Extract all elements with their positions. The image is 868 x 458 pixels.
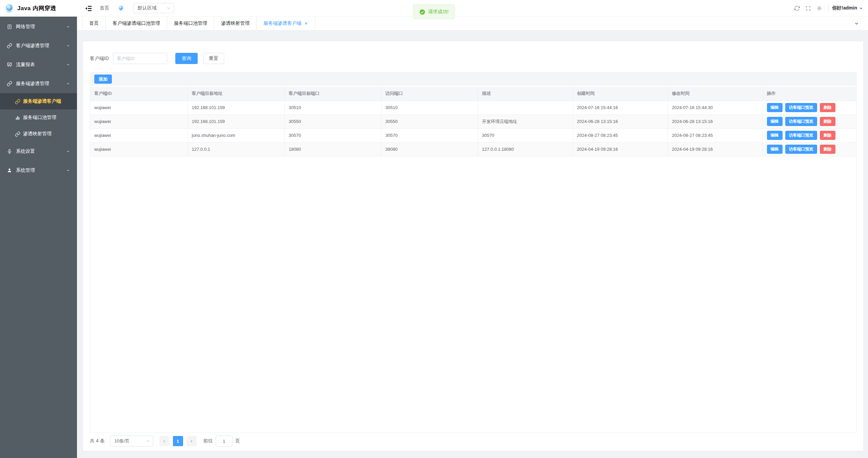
cell-client_id: wujiawei <box>90 142 188 156</box>
delete-button[interactable]: 删除 <box>820 145 835 154</box>
document-icon <box>7 24 12 29</box>
chevron-up-icon <box>66 82 70 86</box>
tab-active[interactable]: 服务端渗透客户端 <box>257 17 315 30</box>
table-header-row: 客户端ID客户端目标地址客户端目标端口访问端口描述创建时间修改时间操作 <box>90 87 856 101</box>
page-size-select[interactable]: 10条/页 <box>110 436 153 446</box>
page-size-value: 10条/页 <box>115 438 145 444</box>
sidebar-subitem-label: 服务端渗透客户端 <box>23 98 61 104</box>
cell-target_port: 18080 <box>284 142 381 156</box>
sidebar-item[interactable]: 服务端渗透管理 <box>0 74 77 93</box>
add-button[interactable]: 添加 <box>94 75 112 84</box>
cell-actions: 编辑访客端口预览删除 <box>763 114 856 128</box>
breadcrumb[interactable]: 首页 <box>100 5 109 11</box>
sidebar-collapse-icon[interactable] <box>85 5 92 12</box>
visitor-port-preview-button[interactable]: 访客端口预览 <box>785 145 817 154</box>
cell-modified: 2024-07-16 15:44:30 <box>668 101 763 114</box>
visitor-port-preview-button[interactable]: 访客端口预览 <box>785 131 817 140</box>
sidebar-item-label: 客户端渗透管理 <box>16 43 66 49</box>
table-row: wujiawei192.168.101.1593055030550开发环境云端地… <box>90 114 856 128</box>
edit-button[interactable]: 编辑 <box>767 145 783 154</box>
tab-3[interactable]: 渗透映射管理 <box>214 17 257 30</box>
column-header: 客户端ID <box>90 87 188 101</box>
row-actions: 编辑访客端口预览删除 <box>767 117 852 126</box>
sidebar-item[interactable]: 系统管理 <box>0 161 77 180</box>
cell-access_port: 30550 <box>381 114 478 128</box>
cell-target_port: 30570 <box>284 128 381 142</box>
tab-list-chevron-down-icon[interactable] <box>854 21 859 26</box>
query-button[interactable]: 查询 <box>175 53 198 64</box>
cell-created: 2024-04-19 09:28:16 <box>573 142 668 156</box>
page-number-button[interactable]: 1 <box>173 436 183 446</box>
tab-2[interactable]: 服务端口池管理 <box>167 17 214 30</box>
goto-page-input[interactable] <box>216 436 233 446</box>
delete-button[interactable]: 删除 <box>820 117 835 126</box>
previous-page-button[interactable] <box>159 436 170 446</box>
close-icon[interactable] <box>304 21 308 25</box>
chevron-down-icon <box>166 6 171 11</box>
chevron-down-icon <box>66 149 70 153</box>
user-menu[interactable]: 你好!admin <box>832 5 863 11</box>
settings-icon[interactable] <box>816 5 822 11</box>
page-suffix-label: 页 <box>235 438 240 444</box>
sidebar-menu: 网络管理客户端渗透管理流量报表服务端渗透管理服务端渗透客户端服务端口池管理渗透映… <box>0 17 77 180</box>
greeting-text: 你好!admin <box>832 5 857 11</box>
tabbar: 首页客户端渗透端口池管理服务端口池管理渗透映射管理服务端渗透客户端 <box>77 17 868 30</box>
refresh-icon[interactable] <box>794 5 800 11</box>
cell-target_port: 30510 <box>284 101 381 114</box>
edit-button[interactable]: 编辑 <box>767 131 783 140</box>
cell-created: 2024-08-27 08:23:45 <box>573 128 668 142</box>
edit-button[interactable]: 编辑 <box>767 103 783 112</box>
next-page-button[interactable] <box>186 436 197 446</box>
cell-client_id: wujiawei <box>90 114 188 128</box>
sidebar-item[interactable]: 网络管理 <box>0 17 77 36</box>
tab-label: 服务端渗透客户端 <box>263 20 301 26</box>
row-actions: 编辑访客端口预览删除 <box>767 131 852 140</box>
column-header: 客户端目标地址 <box>188 87 284 101</box>
cell-target_port: 30550 <box>284 114 381 128</box>
user-icon <box>7 168 12 173</box>
sidebar-subitem[interactable]: 服务端口池管理 <box>0 109 77 126</box>
tab-0[interactable]: 首页 <box>82 17 106 30</box>
sidebar-item[interactable]: 客户端渗透管理 <box>0 36 77 55</box>
delete-button[interactable]: 删除 <box>820 103 835 112</box>
tabs: 首页客户端渗透端口池管理服务端口池管理渗透映射管理服务端渗透客户端 <box>82 17 315 30</box>
cell-created: 2024-07-16 15:44:16 <box>573 101 668 114</box>
table-row: wujiawei127.0.0.11808038080127.0.0.1:180… <box>90 142 856 156</box>
column-header: 客户端目标端口 <box>284 87 381 101</box>
column-header: 描述 <box>478 87 573 101</box>
sidebar-item-label: 服务端渗透管理 <box>16 81 66 87</box>
sidebar-item[interactable]: 流量报表 <box>0 55 77 74</box>
cell-modified: 2024-04-19 09:28:16 <box>668 142 763 156</box>
visitor-port-preview-button[interactable]: 访客端口预览 <box>785 117 817 126</box>
link-icon <box>7 43 12 48</box>
region-select[interactable]: 默认区域 <box>133 3 174 13</box>
reset-button[interactable]: 重置 <box>203 53 224 64</box>
chevron-down-icon <box>66 63 70 67</box>
delete-button[interactable]: 删除 <box>820 131 835 140</box>
chevron-down-icon <box>66 168 70 172</box>
sidebar: Java 内网穿透 网络管理客户端渗透管理流量报表服务端渗透管理服务端渗透客户端… <box>0 0 77 458</box>
table-row: wujiaweijuno.shuhan-juno.com305703057030… <box>90 128 856 142</box>
client-id-input[interactable] <box>113 53 167 64</box>
sidebar-subitem[interactable]: 渗透映射管理 <box>0 126 77 142</box>
edit-button[interactable]: 编辑 <box>767 117 783 126</box>
chevron-right-icon <box>189 439 194 443</box>
visitor-port-preview-button[interactable]: 访客端口预览 <box>785 103 817 112</box>
chevron-down-icon <box>66 25 70 29</box>
sidebar-subitem-label: 渗透映射管理 <box>23 131 52 137</box>
row-actions: 编辑访客端口预览删除 <box>767 103 852 112</box>
tab-1[interactable]: 客户端渗透端口池管理 <box>106 17 167 30</box>
link-icon <box>15 99 20 104</box>
cell-target_addr: 192.168.101.159 <box>188 114 284 128</box>
column-header: 操作 <box>763 87 856 101</box>
sidebar-item[interactable]: 系统设置 <box>0 142 77 161</box>
cell-actions: 编辑访客端口预览删除 <box>763 101 856 114</box>
cell-modified: 2024-06-28 13:15:16 <box>668 114 763 128</box>
sidebar-item-label: 系统设置 <box>16 148 66 154</box>
app-logo-icon <box>4 3 14 14</box>
sidebar-subitem[interactable]: 服务端渗透客户端 <box>0 93 77 109</box>
topbar-actions: 你好!admin <box>791 5 868 11</box>
sidebar-item-label: 流量报表 <box>16 62 66 68</box>
cell-access_port: 30510 <box>381 101 478 114</box>
fullscreen-icon[interactable] <box>805 5 811 11</box>
